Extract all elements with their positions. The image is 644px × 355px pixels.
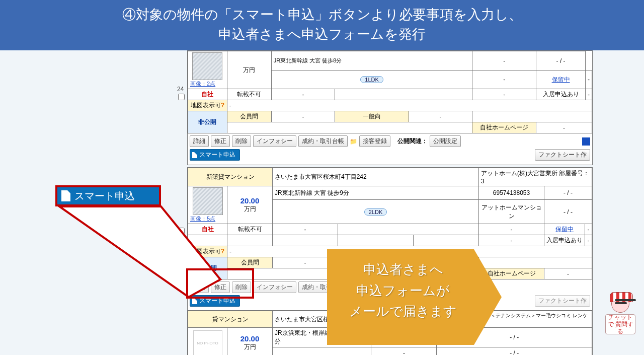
transfer-label: 転載不可 [227,224,273,235]
publish-setting-button[interactable]: 公開設定 [430,135,461,147]
property-thumbnail[interactable] [192,52,222,80]
access-text: JR東北新幹線 大宮 徒歩9分 [275,189,349,196]
layout-pill: 2LDK [364,208,387,216]
smart-apply-callout: スマート申込 [55,185,161,206]
price-number: 20.00 [240,334,260,343]
smart-apply-button[interactable]: スマート申込 [190,149,240,161]
document-icon [61,190,70,201]
price-unit: 万円 [243,66,255,74]
orange-line3: メールで届きます [349,304,457,319]
row-index: 24 [177,86,184,93]
image-count[interactable]: 画像：5点 [190,215,225,223]
infoshi-button[interactable]: インフォシー [253,281,296,293]
transfer-label: 転載不可 [227,89,271,100]
orange-info-banner: 申込者さまへ 申込フォームが メールで届きます [327,249,502,345]
no-photo-placeholder: NO PHOTO [193,330,222,355]
layout-pill: 1LDK [360,76,383,83]
col-public: 一般向 [335,111,409,122]
col-member: 会員間 [227,111,271,122]
reception-button[interactable]: 接客登録 [359,135,390,147]
map-label: 地図表示可 [191,248,221,255]
tenant-label: 自社 [188,224,227,235]
factsheet-button[interactable]: ファクトシート作 [535,295,590,307]
row-checkbox[interactable] [178,228,185,234]
delete-button[interactable]: 削除 [232,281,251,293]
map-label: 地図表示可 [191,102,221,109]
visibility-label: 非公開 [188,257,227,279]
property-address: さいたま市大宮区桜木町4丁目242 [273,168,479,186]
col-member: 会員間 [227,257,273,268]
content-area: 24 画像：2点 万円 JR東北新幹線 大宮 徒歩8分 - - / - 1LDK… [0,50,644,355]
factsheet-button[interactable]: ファクトシート作 [535,149,590,161]
chat-question-widget[interactable]: チャットで 質問する [603,295,638,337]
property-owner: アットホーム(株)大宮営業所 部屋番号：3 [479,168,592,186]
visibility-label: 非公開 [188,111,227,133]
edit-button[interactable]: 修正 [211,135,230,147]
price-unit: 万円 [244,205,256,212]
arrow-tip [474,249,502,345]
publish-related-label: 公開関連： [397,137,428,146]
image-count[interactable]: 画像：2点 [190,80,225,88]
price-number: 20.00 [240,196,260,205]
blue-square-icon[interactable] [582,137,590,146]
chat-label: チャットで 質問する [605,314,635,334]
smart-apply-button[interactable]: スマート申込 [190,295,240,307]
document-icon [192,152,197,158]
property-thumbnail[interactable] [193,187,223,215]
detail-button[interactable]: 詳細 [190,281,209,293]
property-id: 69574138053 [479,186,544,200]
help-icon[interactable]: ? [221,248,224,255]
banner-line1: ④対象の物件の「スマート申込」ボタンより必要事項を入力し、 [122,7,522,22]
callout-label: スマート申込 [74,189,135,203]
instruction-banner: ④対象の物件の「スマート申込」ボタンより必要事項を入力し、 申込者さまへ申込フォ… [0,0,644,50]
hp-label: 自社ホームページ [472,122,536,133]
folder-icon: 📁 [350,138,357,145]
infoshi-button[interactable]: インフォシー [253,135,296,147]
mansion-label: アットホームマンション [479,200,544,224]
property-card-1: 画像：2点 万円 JR東北新幹線 大宮 徒歩8分 - - / - 1LDK - … [187,50,593,165]
mascot-icon [611,295,629,313]
document-icon [192,298,197,304]
banner-line2: 申込者さまへ申込フォームを発行 [218,27,426,42]
property-type: 貸マンション [188,311,273,328]
access-text: JR東北新幹線 大宮 徒歩8分 [274,57,342,63]
tenant-label: 自社 [188,89,227,100]
detail-button[interactable]: 詳細 [190,135,209,147]
property-type: 新築貸マンション [188,168,273,186]
status-pending-link[interactable]: 保留中 [552,76,570,83]
row-checkbox[interactable] [178,94,185,100]
orange-line1: 申込者さまへ [363,262,443,277]
price-unit: 万円 [244,343,256,350]
move-in-label: 入居申込あり [536,89,586,100]
deal-button[interactable]: 成約・取引台帳 [298,135,348,147]
orange-line2: 申込フォームが [356,283,450,298]
help-icon[interactable]: ? [221,102,224,109]
delete-button[interactable]: 削除 [232,135,251,147]
edit-button[interactable]: 修正 [211,281,230,293]
status-pending-link[interactable]: 保留中 [555,226,574,233]
move-in-label: 入居申込あり [544,235,585,246]
